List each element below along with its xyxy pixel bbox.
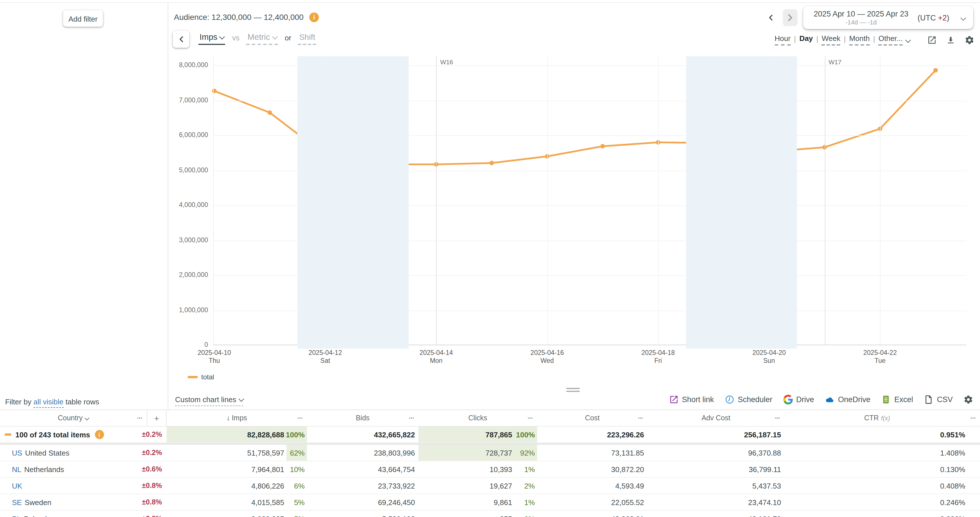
ctr-cell: 0.130% (784, 461, 980, 477)
country-code: NL (12, 465, 21, 474)
header-ctr[interactable]: CTRf(x)··· (784, 410, 980, 426)
granularity-month[interactable]: Month (849, 34, 870, 46)
more-options-icon[interactable]: ··· (638, 414, 643, 422)
country-cell[interactable]: US United States (0, 445, 116, 461)
filter-scope-link[interactable]: all visible (33, 397, 64, 408)
legend-item-total[interactable]: total (188, 373, 214, 381)
country-cell[interactable]: NL Netherlands (0, 461, 116, 477)
more-options-icon[interactable]: ··· (528, 414, 533, 422)
info-icon[interactable]: i (95, 430, 104, 439)
country-name: Poland (24, 514, 47, 517)
chevron-left-icon (768, 14, 774, 22)
more-options-icon[interactable]: ··· (970, 414, 975, 422)
ctr-cell: 0.246% (784, 494, 980, 510)
clicks-cell: 19,627 (418, 478, 514, 494)
cost-cell: 22,055.52 (537, 494, 648, 510)
y-axis-tick-label: 5,000,000 (168, 166, 208, 173)
imps-cell: 51,758,597 (167, 445, 286, 461)
header-adv-cost[interactable]: Adv Cost··· (648, 410, 784, 426)
header-bids[interactable]: Bids··· (307, 410, 418, 426)
excel-button[interactable]: Excel (881, 395, 913, 404)
date-next-button[interactable] (783, 9, 798, 26)
google-drive-button[interactable]: Drive (783, 395, 814, 404)
cost-cell: 43,062.61 (537, 511, 648, 517)
more-options-icon[interactable]: ··· (137, 414, 142, 422)
data-table: Country··· + ↓Imps··· Bids··· Clicks··· … (0, 410, 980, 517)
primary-metric-dropdown[interactable]: Imps (198, 31, 225, 45)
bids-cell: 23,733,922 (307, 478, 418, 494)
download-icon[interactable] (946, 35, 956, 45)
imps-pct-cell: 5% (286, 511, 307, 517)
shift-selector[interactable]: Shift (298, 31, 317, 45)
gear-icon[interactable] (965, 35, 974, 45)
ctr-cell: 0.408% (784, 478, 980, 494)
separator: | (873, 35, 875, 45)
info-icon[interactable]: i (309, 12, 319, 22)
data-point (490, 161, 494, 165)
header-country[interactable]: Country··· (0, 410, 147, 426)
y-axis-tick-label: 6,000,000 (168, 131, 208, 138)
country-cell[interactable]: UK (0, 478, 116, 494)
csv-button[interactable]: CSV (924, 395, 953, 404)
error-margin-cell: ±0.8% (116, 515, 167, 517)
x-axis-tick-label: 2025-04-12Sat (291, 349, 359, 365)
header-clicks[interactable]: Clicks··· (418, 410, 537, 426)
gridline-horizontal (213, 310, 966, 311)
cloud-icon (825, 395, 834, 404)
country-code: US (12, 448, 22, 457)
add-filter-button[interactable]: Add filter (63, 10, 103, 27)
more-options-icon[interactable]: ··· (775, 414, 780, 422)
compare-metric-dropdown[interactable]: Metric (247, 31, 278, 45)
chart-resize-handle[interactable] (566, 388, 580, 393)
date-range-picker[interactable]: 2025 Apr 10 — 2025 Apr 23 -14d — -1d (UT… (803, 6, 973, 29)
imps-pct-cell: 10% (286, 461, 307, 477)
add-column-button[interactable]: + (147, 410, 167, 426)
country-cell[interactable]: PL Poland (0, 511, 116, 517)
granularity-other[interactable]: Other... (878, 34, 903, 46)
date-navigation: 2025 Apr 10 — 2025 Apr 23 -14d — -1d (UT… (765, 6, 973, 29)
bids-cell: 5,536,193 (307, 511, 418, 517)
week-boundary-line (436, 56, 437, 345)
header-cost[interactable]: Cost··· (537, 410, 648, 426)
clicks-cell: 255 (418, 511, 514, 517)
gridline-vertical (325, 56, 326, 345)
country-code: PL (12, 514, 21, 517)
table-row-UK: UK ±0.8% 4,806,226 6% 23,733,922 19,627 … (0, 478, 980, 494)
separator: | (816, 35, 818, 45)
clock-icon (725, 395, 735, 404)
date-prev-button[interactable] (765, 9, 777, 26)
more-options-icon[interactable]: ··· (409, 414, 414, 422)
granularity-week[interactable]: Week (822, 34, 840, 46)
short-link-button[interactable]: Short link (669, 395, 714, 404)
error-margin-cell: ±0.8% (116, 482, 167, 490)
audience-label: Audience: 12,300,000 — 12,400,000 (174, 13, 304, 22)
granularity-day[interactable]: Day (799, 34, 813, 46)
table-row-total: 100 of 243 total items i ±0.2% 82,828,68… (0, 426, 980, 443)
y-axis-tick-label: 0 (168, 341, 208, 348)
gridline-vertical (547, 56, 548, 345)
more-options-icon[interactable]: ··· (297, 414, 302, 422)
y-axis-tick-label: 3,000,000 (168, 236, 208, 243)
filter-by-prefix: Filter by (5, 397, 33, 406)
collapse-chart-button[interactable] (173, 31, 189, 48)
header-imps[interactable]: ↓Imps··· (167, 410, 307, 426)
series-marker (5, 433, 11, 436)
granularity-hour[interactable]: Hour (775, 34, 791, 46)
open-in-new-icon[interactable] (927, 35, 937, 45)
filter-by-row: Filter by all visible table rows (5, 397, 99, 406)
country-cell[interactable]: SE Sweden (0, 494, 116, 510)
y-axis-line (213, 56, 214, 345)
adv-cost-cell: 5,437.53 (648, 478, 784, 494)
cost-cell: 73,131.85 (537, 445, 648, 461)
custom-chart-lines-dropdown[interactable]: Custom chart lines (175, 395, 243, 404)
clicks-pct-cell: 0% (514, 511, 537, 517)
chevron-down-icon (272, 34, 278, 40)
table-row-PL: PL Poland ±0.8% 3,929,825 5% 5,536,193 2… (0, 511, 980, 517)
x-axis-tick-label: 2025-04-20Sun (735, 349, 803, 365)
country-name: Sweden (25, 498, 51, 506)
bids-cell: 432,665,822 (307, 426, 418, 442)
country-cell[interactable]: 100 of 243 total items i (0, 426, 116, 442)
table-settings-gear-icon[interactable] (964, 395, 973, 404)
scheduler-button[interactable]: Scheduler (725, 395, 773, 404)
onedrive-button[interactable]: OneDrive (825, 395, 870, 404)
